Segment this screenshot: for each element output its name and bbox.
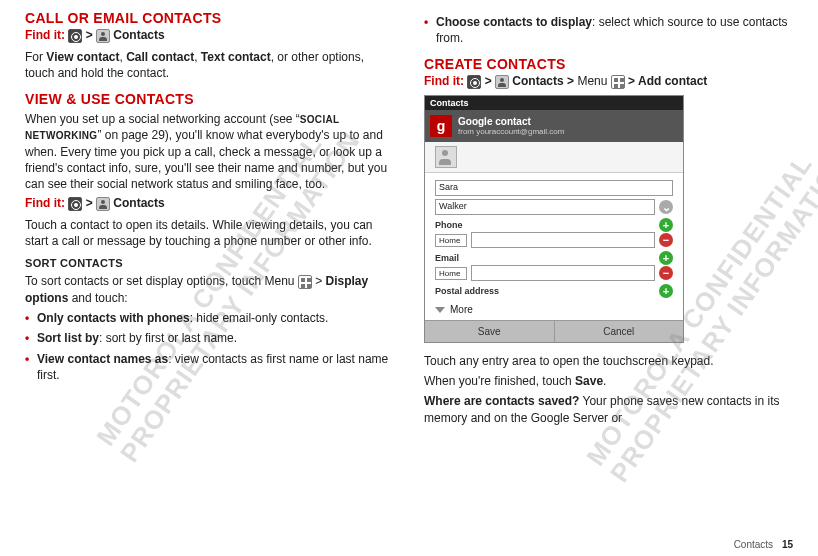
opt-label: View contact names as [37,352,168,366]
photo-row[interactable] [425,142,683,173]
contacts-label: Contacts [113,196,164,210]
t: To sort contacts or set display options,… [25,274,294,288]
para-finished: When you're finished, touch Save. [424,373,793,389]
opt-label: Choose contacts to display [436,15,592,29]
para-where-saved: Where are contacts saved? Your phone sav… [424,393,793,425]
add-phone-icon[interactable]: + [659,218,673,232]
sort-options-list: Only contacts with phones: hide email-on… [25,311,394,383]
para-sort-intro: To sort contacts or set display options,… [25,273,394,305]
para-view-contact: For View contact, Call contact, Text con… [25,49,394,81]
find-it-line: Find it: > Contacts [25,28,394,43]
t: When you set up a social networking acco… [25,112,300,126]
phone-type-select[interactable]: Home [435,234,467,247]
phone-titlebar: Contacts [425,96,683,110]
launcher-icon [467,75,481,89]
menu-label: Menu [577,74,607,88]
find-it-line: Find it: > Contacts > Menu > Add contact [424,74,793,89]
add-contact-label: Add contact [638,74,707,88]
cancel-button[interactable]: Cancel [555,320,684,342]
where-q: Where are contacts saved? [424,394,579,408]
gt: > [567,74,577,88]
remove-phone-icon[interactable]: − [659,233,673,247]
column-right: Choose contacts to display: select which… [424,10,793,430]
add-postal-icon[interactable]: + [659,284,673,298]
last-name-field[interactable]: Walker [435,199,655,215]
first-name-field[interactable]: Sara [435,180,673,196]
photo-placeholder-icon [435,146,457,168]
account-name: Google contact [458,116,564,127]
list-item: Sort list by: sort by first or last name… [25,331,394,347]
menu-icon [298,275,312,289]
gt: > [628,74,638,88]
phone-mock: Contacts g Google contact from youraccou… [424,95,684,343]
email-label: Email [435,253,459,263]
menu-icon [611,75,625,89]
choose-list: Choose contacts to display: select which… [424,15,793,46]
more-label: More [450,304,473,315]
find-it-line: Find it: > Contacts [25,196,394,211]
para-touch-contact: Touch a contact to open its details. Whi… [25,217,394,249]
opt-desc: : sort by first or last name. [99,331,237,345]
more-row[interactable]: More [435,301,673,318]
column-left: CALL OR EMAIL CONTACTS Find it: > Contac… [25,10,394,430]
save-button[interactable]: Save [425,320,555,342]
contacts-label: Contacts [512,74,563,88]
phone-form: Sara Walker⌄ Phone+ Home− Email+ Home− P… [425,173,683,320]
footer-section: Contacts [734,539,773,550]
account-sub: from youraccount@gmail.com [458,127,564,136]
email-type-select[interactable]: Home [435,267,467,280]
heading-call-email: CALL OR EMAIL CONTACTS [25,10,394,26]
t: and touch: [68,291,127,305]
heading-view-use: VIEW & USE CONTACTS [25,91,394,107]
t: > [315,274,325,288]
contacts-label: Contacts [113,28,164,42]
t: When you're finished, touch [424,374,575,388]
launcher-icon [68,29,82,43]
list-item: View contact names as: view contacts as … [25,352,394,383]
find-it-label: Find it: [25,28,65,42]
gt: > [86,196,96,210]
page-footer: Contacts 15 [734,539,793,550]
launcher-icon [68,197,82,211]
phone-buttons: Save Cancel [425,320,683,342]
opt-desc: : hide email-only contacts. [190,311,329,325]
page-number: 15 [782,539,793,550]
contacts-icon [96,29,110,43]
list-item: Only contacts with phones: hide email-on… [25,311,394,327]
google-icon: g [430,115,452,137]
opt-label: Only contacts with phones [37,311,190,325]
opt-label: Sort list by [37,331,99,345]
account-row[interactable]: g Google contact from youraccount@gmail.… [425,110,683,142]
find-it-label: Find it: [25,196,65,210]
heading-create: CREATE CONTACTS [424,56,793,72]
email-input[interactable] [471,265,655,281]
contacts-icon [495,75,509,89]
remove-email-icon[interactable]: − [659,266,673,280]
contacts-icon [96,197,110,211]
phone-input[interactable] [471,232,655,248]
save-ref: Save [575,374,603,388]
find-it-label: Find it: [424,74,464,88]
gt: > [86,28,96,42]
add-email-icon[interactable]: + [659,251,673,265]
expand-name-icon[interactable]: ⌄ [659,200,673,214]
chevron-down-icon [435,307,445,313]
gt: > [485,74,495,88]
postal-label: Postal address [435,286,499,296]
list-item: Choose contacts to display: select which… [424,15,793,46]
page-body: CALL OR EMAIL CONTACTS Find it: > Contac… [0,0,818,430]
t: . [603,374,606,388]
para-social: When you set up a social networking acco… [25,111,394,192]
para-touch-entry: Touch any entry area to open the touchsc… [424,353,793,369]
heading-sort: SORT CONTACTS [25,257,394,269]
phone-label: Phone [435,220,463,230]
